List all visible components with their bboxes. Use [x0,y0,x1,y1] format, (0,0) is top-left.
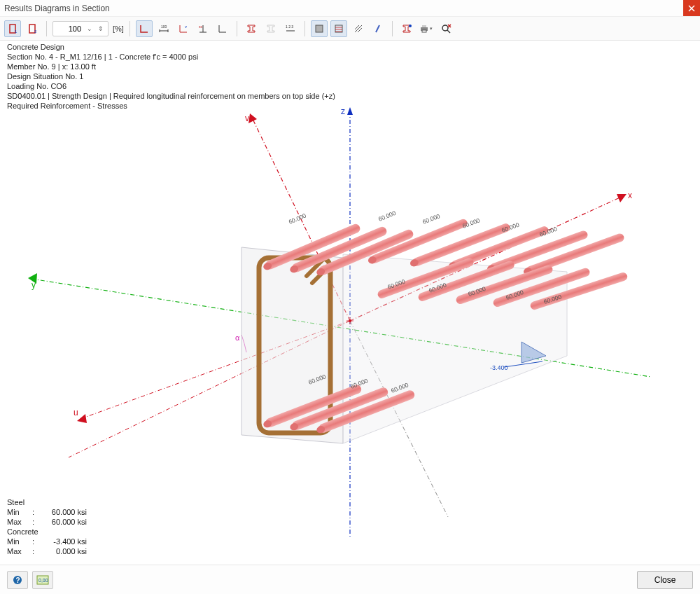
tb-view-axes[interactable] [136,20,153,37]
svg-rect-36 [370,218,469,265]
axes-icon [139,23,150,34]
help-button[interactable]: ? [7,571,28,589]
tb-display-edge[interactable] [370,20,386,37]
svg-rect-53 [291,386,389,431]
tb-view-axis-toggle[interactable] [214,20,231,37]
svg-rect-47 [417,260,515,303]
units-icon: 0,00 [36,575,49,585]
svg-marker-21 [77,414,87,423]
svg-rect-11 [421,27,428,31]
svg-text:2: 2 [34,29,37,34]
svg-rect-32 [291,226,388,274]
rebar [367,218,468,265]
svg-line-22 [350,196,623,321]
svg-rect-12 [422,25,426,27]
svg-text:0,00: 0,00 [38,578,48,583]
rebar [262,223,361,271]
svg-rect-2 [29,25,35,33]
bar-label: 60.000 [461,216,481,230]
x-axis-label: x [628,191,632,200]
bar-label: 60.000 [386,277,406,290]
concrete-stress-label: -3.400 [490,364,508,371]
window-title: Results Diagrams in Section [4,4,110,13]
max-label: Max [7,546,32,556]
axis-toggle-icon [217,23,228,34]
svg-line-24 [31,279,651,377]
tb-display-texture[interactable] [330,20,347,37]
svg-rect-49 [492,267,591,308]
shear-center-icon: sc [197,23,209,34]
zoom-input-group[interactable]: ⌄ ⇕ [52,21,108,36]
svg-point-31 [262,261,273,271]
tb-view-dimensions[interactable]: 100 [155,20,172,37]
svg-line-26 [350,321,448,517]
ibeam-outline-icon [265,23,276,34]
rebar [492,267,591,308]
tb-section-solid[interactable] [243,20,260,37]
info-line: Concrete Design [7,42,335,52]
tb-find[interactable] [438,20,454,37]
window-close-button[interactable] [683,0,700,16]
svg-text:100: 100 [161,25,167,29]
svg-point-45 [523,267,533,277]
z-axis-label: z [341,106,345,116]
y-axis-label: y [31,280,36,290]
steel-heading: Steel [7,497,87,507]
section-1-icon: 1 [7,23,18,34]
svg-rect-50 [529,271,629,310]
footer: ? 0,00 Close [0,565,700,594]
svg-rect-0 [10,25,15,33]
info-line: SD0400.01 | Strength Design | Required l… [7,91,335,101]
svg-rect-55 [318,389,416,434]
min-label: Min [7,507,32,517]
tb-display-hatching[interactable] [350,20,367,37]
ibeam-solid-icon [246,23,257,34]
bar-label: 60.000 [307,373,327,386]
close-button[interactable]: Close [637,571,693,589]
texture-icon [333,23,344,34]
rebar [529,271,629,310]
svg-rect-42 [489,230,589,273]
separator [392,21,393,36]
bar-label: 60.000 [428,281,447,293]
zoom-dropdown-icon[interactable]: ⌄ [85,25,94,32]
results-summary: Steel Min:60.000 ksi Max:60.000 ksi Conc… [7,497,87,556]
zoom-input[interactable] [56,24,83,34]
steel-max-value: 60.000 ksi [39,517,87,527]
bar-label: 60.000 [349,377,369,390]
design-info-block: Concrete Design Section No. 4 - R_M1 12/… [7,42,335,111]
bar-label: 60.000 [377,209,397,223]
svg-rect-44 [525,233,625,276]
info-line: Member No. 9 | x: 13.00 ft [7,62,335,71]
info-line: Loading No. CO6 [7,81,335,91]
tb-display-fill[interactable] [311,20,328,37]
bar-label: 60.000 [288,212,307,225]
section-2-icon: 2 [27,23,38,34]
svg-point-56 [316,424,326,434]
svg-text:?: ? [16,576,20,584]
alpha-label: α [235,333,240,342]
tb-section-values[interactable]: 1 2 3 [282,20,299,37]
svg-point-43 [486,264,497,274]
svg-rect-51 [265,383,363,428]
close-icon [688,5,695,12]
printer-icon [419,23,428,34]
tb-diagram-type-2[interactable]: 2 [24,20,41,37]
svg-point-52 [262,419,273,429]
info-line: Design Situation No. 1 [7,71,335,81]
tb-diagram-type-1[interactable]: 1 [4,20,21,37]
tb-view-principal-axes[interactable]: v [175,20,192,37]
tb-stress-points[interactable] [398,20,415,37]
svg-marker-25 [28,273,37,284]
max-label: Max [7,517,32,527]
v-axis-label: v [245,113,249,123]
bar-label: 60.000 [505,289,524,301]
units-button[interactable]: 0,00 [32,571,53,589]
tb-view-shear-center[interactable]: sc [195,20,211,37]
separator [304,21,305,36]
edge-icon [372,23,384,34]
help-icon: ? [12,574,23,586]
stress-points-icon [401,23,412,34]
tb-print[interactable]: ▾ [418,20,435,37]
zoom-stepper-icon[interactable]: ⇕ [97,25,105,32]
